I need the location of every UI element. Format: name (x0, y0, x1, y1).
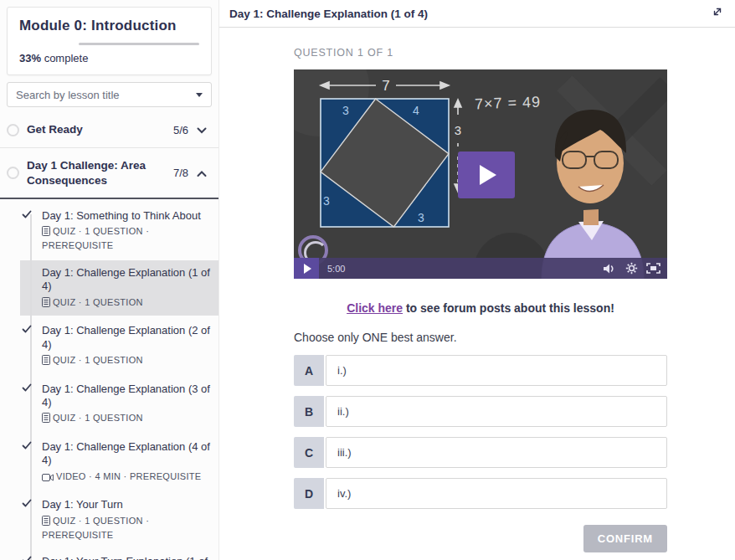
lesson-title: Day 1: Challenge Explanation (2 of 4) (42, 324, 212, 352)
option-a[interactable]: A i.) (294, 355, 667, 386)
forum-link[interactable]: Click here (347, 301, 403, 315)
lesson-title: Day 1: Your Turn Explanation (1 of 2) (42, 555, 212, 560)
option-letter: D (294, 478, 324, 509)
quiz-icon (42, 413, 50, 426)
sidebar: Module 0: Introduction 33% complete Sear… (0, 0, 219, 560)
lesson-title: Day 1: Challenge Explanation (1 of 4) (42, 266, 212, 294)
lesson-item-challenge-explanation-2[interactable]: Day 1: Challenge Explanation (2 of 4) QU… (0, 324, 218, 367)
progress-ring-icon (7, 124, 19, 136)
svg-text:3: 3 (342, 104, 349, 117)
lesson-item-challenge-explanation-3[interactable]: Day 1: Challenge Explanation (3 of 4) QU… (0, 383, 218, 426)
lesson-meta: VIDEO · 4 MIN · PREREQUISITE (42, 470, 212, 485)
lesson-meta-text: VIDEO · 4 MIN · PREREQUISITE (56, 471, 201, 481)
caret-down-icon (196, 93, 203, 97)
video-seek-bar[interactable] (345, 258, 599, 279)
instructor-photo (517, 69, 667, 279)
check-icon (20, 555, 42, 560)
lesson-meta-text: QUIZ · 1 QUESTION (53, 413, 143, 423)
lesson-title: Day 1: Something to Think About (42, 209, 212, 223)
section-day1-challenge[interactable]: Day 1 Challenge: Area Consequences 7/8 (0, 148, 218, 198)
play-button-overlay[interactable] (458, 152, 515, 198)
svg-text:3: 3 (455, 123, 461, 137)
video-control-bar: 5:00 (294, 258, 667, 279)
progress-text: 33% complete (19, 52, 199, 64)
progress-label: complete (41, 52, 88, 64)
check-icon (20, 383, 42, 426)
progress-percent: 33% (19, 52, 41, 64)
module-title: Module 0: Introduction (19, 18, 199, 34)
lesson-search-dropdown[interactable]: Search by lesson title (7, 82, 212, 107)
lesson-header: Day 1: Challenge Explanation (1 of 4) (219, 0, 735, 28)
svg-text:3: 3 (418, 211, 424, 224)
lesson-meta: QUIZ · 1 QUESTION (42, 296, 212, 311)
search-placeholder: Search by lesson title (16, 89, 196, 101)
option-letter: A (294, 355, 324, 386)
play-icon (304, 264, 311, 274)
option-d[interactable]: D iv.) (294, 478, 667, 509)
expand-icon[interactable] (710, 4, 725, 23)
progress-ring-icon (7, 167, 19, 179)
confirm-button[interactable]: CONFIRM (583, 525, 667, 552)
lesson-meta-text: QUIZ · 1 QUESTION · PREREQUISITE (42, 226, 149, 250)
forum-prompt-text: to see forum posts about this lesson! (403, 301, 614, 315)
check-icon (20, 209, 42, 252)
chevron-down-icon (197, 122, 207, 137)
lesson-item-your-turn[interactable]: Day 1: Your Turn QUIZ · 1 QUESTION · PRE… (0, 498, 218, 541)
option-letter: C (294, 437, 324, 468)
section-get-ready[interactable]: Get Ready 5/6 (0, 112, 218, 147)
lesson-meta-text: QUIZ · 1 QUESTION · PREREQUISITE (42, 516, 149, 540)
svg-text:7: 7 (382, 78, 389, 94)
option-c[interactable]: C iii.) (294, 437, 667, 468)
settings-gear-button[interactable] (620, 258, 642, 279)
question-counter: QUESTION 1 OF 1 (294, 47, 735, 59)
lesson-meta: QUIZ · 1 QUESTION (42, 412, 212, 426)
video-time: 5:00 (327, 264, 345, 274)
video-play-button[interactable] (294, 258, 319, 279)
option-b[interactable]: B ii.) (294, 396, 667, 427)
confirm-row: CONFIRM (294, 525, 667, 552)
option-text: iv.) (326, 478, 667, 509)
current-lesson-icon (20, 266, 42, 310)
play-icon (480, 165, 496, 185)
video-icon (42, 472, 54, 485)
section-count: 5/6 (173, 124, 188, 136)
lesson-meta: QUIZ · 1 QUESTION · PREREQUISITE (42, 515, 212, 542)
section-title: Day 1 Challenge: Area Consequences (27, 158, 173, 188)
section-count: 7/8 (173, 167, 188, 179)
lesson-meta: QUIZ · 1 QUESTION · PREREQUISITE (42, 225, 212, 252)
video-player[interactable]: 7 3 4 3 3 (294, 69, 667, 279)
lesson-header-title: Day 1: Challenge Explanation (1 of 4) (229, 8, 710, 20)
main-panel: Day 1: Challenge Explanation (1 of 4) QU… (219, 0, 735, 560)
lesson-meta: QUIZ · 1 QUESTION (42, 354, 212, 368)
lesson-meta-text: QUIZ · 1 QUESTION (53, 297, 143, 307)
fullscreen-button[interactable] (642, 258, 664, 279)
section-title: Get Ready (27, 122, 173, 137)
lesson-meta-text: QUIZ · 1 QUESTION (53, 355, 143, 365)
answer-instruction: Choose only ONE best answer. (294, 331, 735, 344)
option-text: iii.) (326, 437, 667, 468)
app: Module 0: Introduction 33% complete Sear… (0, 0, 735, 560)
chevron-up-icon (197, 166, 207, 181)
progress-remaining (79, 43, 199, 45)
lesson-title: Day 1: Challenge Explanation (4 of 4) (42, 440, 212, 468)
check-icon (20, 440, 42, 484)
lesson-item-challenge-explanation-4[interactable]: Day 1: Challenge Explanation (4 of 4) VI… (0, 440, 218, 484)
check-icon (20, 324, 42, 367)
check-icon (20, 498, 42, 541)
svg-text:3: 3 (323, 194, 330, 208)
lesson-title: Day 1: Your Turn (42, 498, 212, 511)
forum-prompt: Click here to see forum posts about this… (294, 301, 667, 315)
lesson-title: Day 1: Challenge Explanation (3 of 4) (42, 383, 212, 410)
option-text: ii.) (326, 396, 667, 427)
lesson-item-something-to-think-about[interactable]: Day 1: Something to Think About QUIZ · 1… (0, 209, 218, 252)
option-text: i.) (326, 355, 667, 386)
svg-text:4: 4 (413, 104, 419, 117)
lesson-item-challenge-explanation-1[interactable]: Day 1: Challenge Explanation (1 of 4) QU… (0, 266, 218, 310)
quiz-icon (42, 297, 50, 311)
lesson-list: Day 1: Something to Think About QUIZ · 1… (0, 199, 218, 560)
quiz-icon (42, 355, 50, 368)
lesson-item-your-turn-explanation-1[interactable]: Day 1: Your Turn Explanation (1 of 2) QU… (0, 555, 218, 560)
module-progress-bar (19, 43, 199, 45)
option-letter: B (294, 396, 324, 427)
volume-button[interactable] (599, 258, 620, 279)
